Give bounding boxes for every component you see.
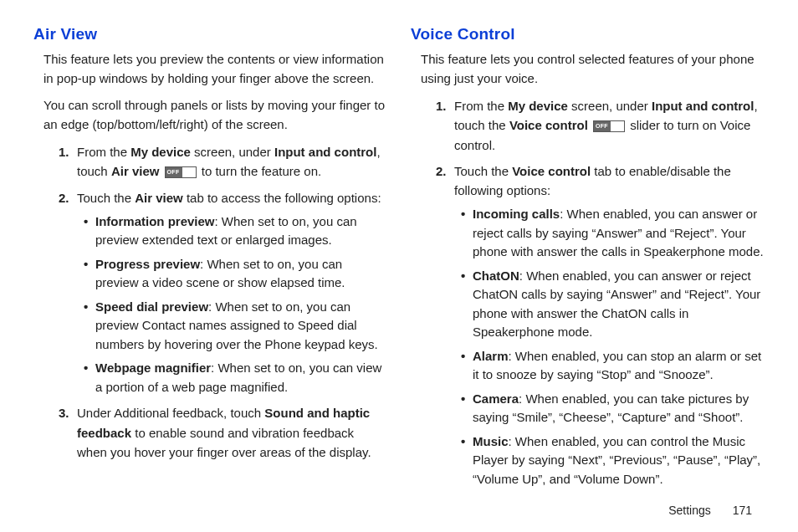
bullet-music: Music: When enabled, you can control the… (461, 432, 765, 489)
voice-step-1: From the My device screen, under Input a… (436, 96, 765, 155)
bullet-progress-preview: Progress preview: When set to on, you ca… (84, 255, 387, 293)
voice-step-2: Touch the Voice control tab to enable/di… (436, 161, 765, 489)
air-view-step-2: Touch the Air view tab to access the fol… (59, 188, 387, 397)
bullet-info-preview: Information preview: When set to on, you… (84, 212, 387, 250)
bullet-name: Webpage magnifier (95, 361, 211, 375)
bullet-speed-dial: Speed dial preview: When set to on, you … (84, 298, 387, 355)
text: to turn the feature on. (198, 164, 322, 178)
right-column: Voice Control This feature lets you cont… (411, 25, 765, 495)
footer-page-number: 171 (733, 504, 752, 517)
bullet-name: Music (473, 434, 509, 448)
bullet-name: ChatON (473, 269, 519, 283)
bullet-camera: Camera: When enabled, you can take pictu… (461, 390, 765, 427)
text: Touch the (77, 191, 135, 205)
off-switch-icon (593, 120, 625, 132)
air-view-intro-1: This feature lets you preview the conten… (43, 50, 387, 88)
bold-voice-control: Voice control (509, 118, 588, 132)
voice-control-heading: Voice Control (411, 25, 765, 43)
bullet-name: Camera (473, 391, 519, 406)
bullet-desc: : When enabled, you can control the Musi… (473, 434, 760, 486)
bullet-name: Speed dial preview (95, 299, 208, 314)
bullet-desc: : When enabled, you can stop an alarm or… (473, 349, 761, 382)
text: Touch the (454, 164, 512, 178)
footer-section: Settings (668, 504, 711, 517)
voice-control-intro: This feature lets you control selected f… (421, 50, 765, 88)
bullet-webpage-magnifier: Webpage magnifier: When set to on, you c… (84, 359, 387, 396)
bullet-incoming-calls: Incoming calls: When enabled, you can an… (461, 205, 765, 262)
text: screen, under (568, 99, 652, 113)
air-view-step-1: From the My device screen, under Input a… (59, 142, 387, 182)
bullet-alarm: Alarm: When enabled, you can stop an ala… (461, 347, 765, 385)
text: From the (77, 145, 130, 159)
text: Under Additional feedback, touch (77, 406, 264, 420)
bullet-name: Information preview (95, 214, 215, 228)
bullet-name: Progress preview (95, 257, 200, 271)
bold-input-control: Input and control (274, 145, 376, 159)
text: From the (454, 99, 508, 113)
bold-my-device: My device (508, 99, 568, 113)
air-view-intro-2: You can scroll through panels or lists b… (43, 96, 387, 134)
bold-air-view-tab: Air view (135, 191, 183, 205)
text: screen, under (191, 145, 274, 159)
air-view-heading: Air View (33, 25, 387, 43)
bold-input-control: Input and control (652, 99, 754, 113)
air-view-step-3: Under Additional feedback, touch Sound a… (59, 403, 387, 462)
left-column: Air View This feature lets you preview t… (33, 25, 387, 495)
bold-my-device: My device (130, 145, 191, 159)
page-footer: Settings 171 (668, 504, 752, 517)
text: tab to access the following options: (183, 191, 381, 205)
bullet-name: Alarm (473, 349, 509, 363)
bullet-name: Incoming calls (473, 207, 560, 221)
bold-voice-control-tab: Voice control (512, 164, 591, 178)
bullet-chaton: ChatON: When enabled, you can answer or … (461, 267, 765, 342)
bold-air-view: Air view (111, 164, 160, 178)
off-switch-icon (165, 166, 197, 178)
